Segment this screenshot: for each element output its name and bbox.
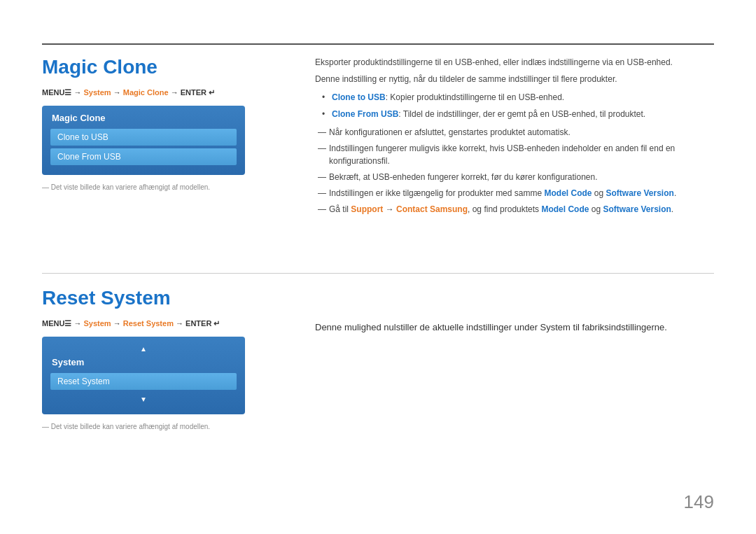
model-code-label-1: Model Code	[544, 188, 592, 198]
arrow1: →	[71, 88, 83, 97]
reset-system-menu-path: MENU☰ → System → Reset System → ENTER ↵	[42, 319, 294, 328]
extra-note-special2: Gå til Support → Contact Samsung, og fin…	[315, 203, 714, 216]
contact-samsung-label: Contact Samsung	[396, 204, 468, 214]
system-label: System	[84, 88, 111, 97]
magic-clone-bullets: Clone to USB: Kopier produktindstillinge…	[322, 91, 714, 120]
clone-from-usb-item[interactable]: Clone From USB	[50, 148, 237, 165]
magic-clone-left-col: Magic Clone MENU☰ → System → Magic Clone…	[42, 56, 294, 191]
software-version-label-2: Software Version	[603, 204, 671, 214]
scroll-up-arrow[interactable]: ▲	[50, 344, 237, 354]
reset-system-caption: Det viste billede kan variere afhængigt …	[42, 423, 294, 430]
goto-text: Gå til	[329, 204, 351, 214]
magic-clone-caption: Det viste billede kan variere afhængigt …	[42, 183, 294, 191]
rs-menu-prefix: MENU	[42, 319, 64, 328]
magic-clone-title: Magic Clone	[42, 56, 294, 78]
clone-from-usb-text: : Tildel de indstillinger, der er gemt p…	[398, 109, 645, 119]
rs-arrow1: →	[71, 319, 83, 328]
model-code-label-2: Model Code	[541, 204, 589, 214]
period: .	[671, 204, 673, 214]
arrow-sep: →	[383, 204, 396, 214]
section-divider	[42, 273, 714, 274]
magic-clone-ui-box: Magic Clone Clone to USB Clone From USB	[42, 106, 245, 175]
arrow2: →	[111, 88, 123, 97]
clone-to-usb-item[interactable]: Clone to USB	[50, 129, 237, 146]
magic-clone-right-col: Eksporter produktindstillingerne til en …	[315, 56, 714, 219]
reset-system-item[interactable]: Reset System	[50, 373, 237, 390]
special-text-before: Indstillingen er ikke tilgængelig for pr…	[329, 188, 544, 198]
menu-icon: ☰	[64, 88, 71, 97]
rs-menu-icon: ☰	[64, 319, 71, 328]
page-number: 149	[684, 491, 714, 513]
scroll-down-arrow[interactable]: ▼	[50, 394, 237, 405]
reset-system-right-col: Denne mulighed nulstiller de aktuelle in…	[315, 322, 714, 332]
reset-system-title: Reset System	[42, 287, 294, 309]
arrow3: → ENTER ↵	[169, 88, 215, 97]
clone-to-usb-text: : Kopier produktindstillingerne til en U…	[386, 92, 564, 102]
special-text-end: .	[674, 188, 676, 198]
special-text-mid: og	[592, 188, 606, 198]
og-text: og	[589, 204, 603, 214]
extra-note-special: Indstillingen er ikke tilgængelig for pr…	[315, 187, 714, 199]
reset-system-ui-box: ▲ System Reset System ▼	[42, 337, 245, 414]
clone-to-usb-bold: Clone to USB	[332, 92, 386, 102]
bullet-clone-to-usb: Clone to USB: Kopier produktindstillinge…	[322, 91, 714, 104]
rs-arrow2: →	[111, 319, 123, 328]
rs-reset-label: Reset System	[123, 319, 174, 328]
reset-desc: Denne mulighed nulstiller de aktuelle in…	[315, 322, 714, 332]
magic-clone-menu-path: MENU☰ → System → Magic Clone → ENTER ↵	[42, 88, 294, 97]
find-text: , og find produktets	[468, 204, 541, 214]
reset-system-left-col: Reset System MENU☰ → System → Reset Syst…	[42, 287, 294, 430]
menu-prefix: MENU	[42, 88, 64, 97]
software-version-label-1: Software Version	[606, 188, 674, 198]
top-divider	[42, 43, 714, 45]
sub-dash-0: Når konfigurationen er afsluttet, gensta…	[315, 126, 714, 139]
rs-arrow3: → ENTER ↵	[174, 319, 220, 328]
extra-note-0: Indstillingen fungerer muligvis ikke kor…	[315, 142, 714, 167]
clone-from-usb-bold: Clone From USB	[332, 109, 398, 119]
ui-box-system-title: System	[50, 357, 237, 367]
magic-clone-label: Magic Clone	[123, 88, 169, 97]
desc-line-2: Denne indstilling er nyttig, når du tild…	[315, 73, 714, 85]
support-label: Support	[351, 204, 383, 214]
rs-system-label: System	[84, 319, 111, 328]
desc-line-1: Eksporter produktindstillingerne til en …	[315, 56, 714, 69]
ui-box-magic-clone-title: Magic Clone	[50, 113, 237, 123]
bullet-clone-from-usb: Clone From USB: Tildel de indstillinger,…	[322, 108, 714, 120]
extra-note-1: Bekræft, at USB-enheden fungerer korrekt…	[315, 171, 714, 183]
